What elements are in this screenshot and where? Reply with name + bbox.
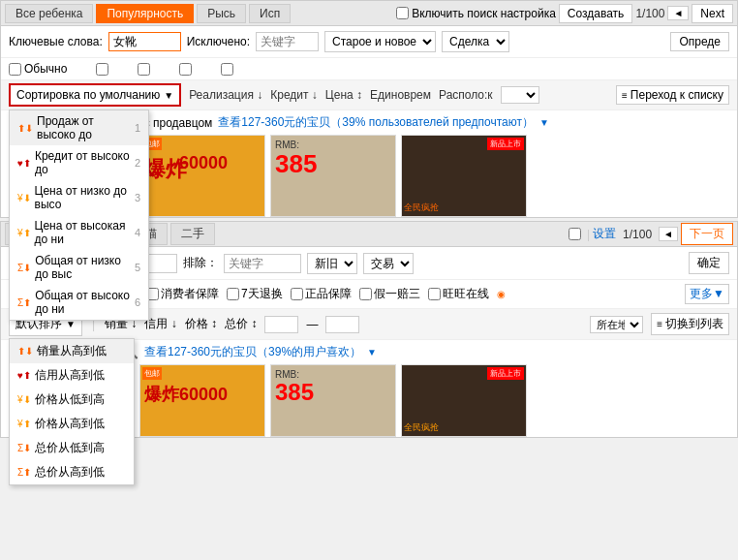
sale-badge1: 全民疯抢 <box>404 202 439 214</box>
opt2-checkbox[interactable] <box>96 63 108 76</box>
product-item1-4[interactable]: 新品上市 全民疯抢 <box>401 135 527 217</box>
more-btn2[interactable]: 更多▼ <box>685 284 729 304</box>
dropdown-item2-4[interactable]: ¥⬆ 价格从高到低 <box>10 412 134 436</box>
tab-all[interactable]: Все ребенка <box>5 4 93 23</box>
dropdown-num1-4: 4 <box>135 227 140 238</box>
price-range-dash: — <box>306 318 318 331</box>
location-select2[interactable]: 所在地 <box>590 316 643 333</box>
list-view-label2: 切换到列表 <box>665 316 723 332</box>
opt2-fake[interactable]: 假一赔三 <box>359 286 420 302</box>
price-range-max2[interactable] <box>325 316 359 333</box>
tab-isp[interactable]: Исп <box>249 4 291 23</box>
rmb-price2: 385 <box>275 379 314 406</box>
sort-realize[interactable]: Реализация ↓ <box>189 88 262 102</box>
next-btn[interactable]: Next <box>692 4 733 23</box>
dropdown-num1-2: 2 <box>135 157 140 169</box>
enable-search-checkbox[interactable] <box>396 7 409 19</box>
tab-popular[interactable]: Популярность <box>96 4 194 23</box>
enable-custom-checkbox[interactable] <box>569 228 581 240</box>
deal-select1[interactable]: Сделка <box>442 31 509 52</box>
opt5-checkbox[interactable] <box>221 63 233 76</box>
dropdown-item2-3[interactable]: ¥⬇ 价格从低到高 <box>10 388 134 412</box>
tab-lynx[interactable]: Рысь <box>197 4 246 23</box>
product-item2-2[interactable]: 包邮 爆炸60000 <box>139 364 265 437</box>
btab-second[interactable]: 二手 <box>170 223 215 245</box>
bprev-arrow-btn[interactable]: ◄ <box>659 227 678 241</box>
confirm-btn1[interactable]: Опреде <box>670 32 729 51</box>
dropdown-item1-4[interactable]: ¥⬆ Цена от высокая до ни 4 <box>10 215 148 250</box>
dropdown-label1-5: Общая от низко до выс <box>35 254 131 281</box>
list-view-btn2[interactable]: ≡ 切换到列表 <box>651 313 729 335</box>
opt2-consumer[interactable]: 消费者保障 <box>146 286 219 302</box>
enable-search-label: Включить поиск настройка <box>396 7 556 20</box>
sort-select2[interactable]: 新旧 <box>307 253 357 274</box>
product-item1-3[interactable]: RMB: 385 <box>270 135 396 217</box>
create-btn[interactable]: Создавать <box>559 4 633 23</box>
place-select1[interactable] <box>501 86 539 104</box>
exclude-input[interactable] <box>256 32 319 51</box>
dropdown-item2-2[interactable]: ♥⬆ 信用从高到低 <box>10 363 134 388</box>
sort-credit[interactable]: Кредит ↓ <box>270 88 318 102</box>
dropdown-label1-6: Общая от высоко до ни <box>35 289 131 316</box>
dropdown-item1-2[interactable]: ♥⬆ Кредит от высоко до 2 <box>10 145 148 180</box>
product-item1-2[interactable]: 包邮 爆炸 60000 <box>139 135 265 217</box>
product-item2-3[interactable]: RMB: 385 <box>270 364 396 437</box>
dropdown-item1-3[interactable]: ¥⬇ Цена от низко до высо 3 <box>10 180 148 215</box>
enable-custom-label <box>569 228 584 240</box>
dropdown-item1-1[interactable]: ⬆⬇ Продаж от высоко до 1 <box>10 110 148 145</box>
dropdown-menu2: ⬆⬇ 销量从高到低 ♥⬆ 信用从高到低 ¥⬇ 价格从低到高 ¥⬆ 价格从高到低 … <box>9 338 135 485</box>
dropdown-num1-1: 1 <box>135 122 140 134</box>
separator1: | <box>587 228 590 241</box>
dropdown-item2-5[interactable]: Σ⬇ 总价从低到高 <box>10 436 134 460</box>
new-badge1: 新品上市 <box>487 138 524 150</box>
prev-arrow-btn[interactable]: ◄ <box>667 6 689 20</box>
opt2-genuine[interactable]: 正品保障 <box>291 286 352 302</box>
explosion-label2: 爆炸60000 <box>144 383 228 406</box>
dropdown-label2-5: 总价从低到高 <box>35 440 105 456</box>
dropdown-num1-3: 3 <box>135 192 140 203</box>
price-range-min2[interactable] <box>264 316 298 333</box>
opt2-online[interactable]: 旺旺在线 <box>428 286 489 302</box>
query-arrow2[interactable]: ▼ <box>367 347 377 358</box>
usual-checkbox[interactable] <box>9 63 21 76</box>
sort-select1[interactable]: Старое и новое Новое и старое <box>324 31 436 52</box>
dropdown-label1-2: Кредит от высоко до <box>35 149 131 176</box>
dropdown-num1-6: 6 <box>135 296 140 308</box>
keywords-input[interactable] <box>108 32 181 51</box>
dropdown-label1-4: Цена от высокая до ни <box>35 219 131 246</box>
settings-btn[interactable]: 设置 <box>593 226 616 242</box>
exclude-input2[interactable] <box>224 254 301 273</box>
dropdown-item2-6[interactable]: Σ⬆ 总价从高到低 <box>10 460 134 484</box>
bottom-page-info: 1/100 <box>619 228 656 241</box>
dropdown-item1-5[interactable]: Σ⬇ Общая от низко до выс 5 <box>10 250 148 285</box>
dropdown-label1-3: Цена от низко до высо <box>35 184 131 211</box>
dropdown-item2-1[interactable]: ⬆⬇ 销量从高到低 <box>10 339 134 363</box>
dropdown-label2-3: 价格从低到高 <box>35 391 105 408</box>
dropdown-num1-5: 5 <box>135 262 140 273</box>
sale-badge2: 全民疯抢 <box>404 421 439 434</box>
rmb-price1: 385 <box>275 149 317 179</box>
opt3-checkbox[interactable] <box>138 63 150 76</box>
dropdown-item1-6[interactable]: Σ⬆ Общая от высоко до ни 6 <box>10 285 148 320</box>
sort-place: Располо:к <box>439 88 493 102</box>
new-badge2: 新品上市 <box>487 367 524 380</box>
deal-select2[interactable]: 交易 <box>363 253 414 274</box>
list-view-btn1[interactable]: ≡ Переход к списку <box>616 85 729 105</box>
sort-price2[interactable]: 价格 ↕ <box>185 316 217 332</box>
list-icon2: ≡ <box>657 319 662 329</box>
opt2-7day[interactable]: 7天退换 <box>227 286 283 302</box>
sort-credit2[interactable]: 信用 ↓ <box>144 316 176 332</box>
bnext-page-btn[interactable]: 下一页 <box>681 223 733 245</box>
sort-dropdown-btn1[interactable]: Сортировка по умолчанию ▼ <box>9 83 181 107</box>
option-usual[interactable]: Обычно <box>9 62 67 76</box>
usual-label: Обычно <box>24 62 67 76</box>
query-link1[interactable]: 查看127-360元的宝贝（39% пользователей предпочт… <box>218 114 534 131</box>
sort-price[interactable]: Цена ↕ <box>325 88 362 102</box>
opt4-checkbox[interactable] <box>179 63 192 76</box>
query-arrow1[interactable]: ▼ <box>539 117 549 128</box>
product-item2-4[interactable]: 新品上市 全民疯抢 <box>401 364 527 437</box>
query-link2[interactable]: 查看127-360元的宝贝（39%的用户喜欢） <box>144 344 361 360</box>
confirm-btn2[interactable]: 确定 <box>689 252 729 274</box>
sort-total2[interactable]: 总价 ↕ <box>225 316 257 332</box>
sort-default-label1: Сортировка по умолчанию <box>16 88 160 102</box>
